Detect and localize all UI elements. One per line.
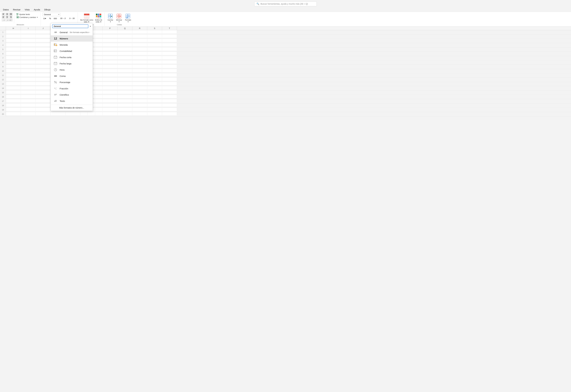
cell[interactable] xyxy=(65,112,80,115)
cell[interactable] xyxy=(6,30,21,33)
cell[interactable] xyxy=(132,112,147,115)
cell[interactable] xyxy=(36,56,51,59)
cell[interactable] xyxy=(36,65,51,68)
accounting-format-btn[interactable]: $▼ xyxy=(43,17,47,20)
cell[interactable] xyxy=(95,34,103,38)
cell[interactable] xyxy=(21,47,36,51)
align-left-btn[interactable] xyxy=(2,16,5,18)
cell[interactable] xyxy=(162,65,177,68)
cell[interactable] xyxy=(6,56,21,59)
cell[interactable] xyxy=(103,112,117,115)
cell[interactable] xyxy=(147,60,162,64)
cell[interactable] xyxy=(147,112,162,115)
cell[interactable] xyxy=(36,69,51,72)
cell[interactable] xyxy=(36,112,51,115)
estilos-celda-btn[interactable]: Estilos decelda ▼ xyxy=(94,13,103,24)
cell[interactable] xyxy=(36,52,51,55)
cell[interactable] xyxy=(95,30,103,33)
cell[interactable] xyxy=(95,108,103,111)
cell[interactable] xyxy=(6,95,21,98)
dropdown-item-porcentaje[interactable]: Porcentaje xyxy=(51,79,93,85)
formato-btn[interactable]: Formato ▼ xyxy=(124,13,132,23)
cell[interactable] xyxy=(21,65,36,68)
dropdown-item-moneda[interactable]: $ $ Moneda xyxy=(51,42,93,48)
cell[interactable] xyxy=(51,112,65,115)
cell[interactable] xyxy=(103,91,117,94)
menu-item-revisar[interactable]: Revisar xyxy=(12,8,22,12)
dar-formato-tabla-btn[interactable]: Dar formato comotabla ▼ xyxy=(80,13,94,24)
cell[interactable] xyxy=(36,34,51,38)
cell[interactable] xyxy=(132,52,147,55)
dropdown-item-texto[interactable]: ab Texto xyxy=(51,98,93,104)
cell[interactable] xyxy=(147,95,162,98)
combinar-centrar-btn[interactable]: Combinar y centrar ▼ xyxy=(16,16,39,19)
eliminar-arrow[interactable]: ▼ xyxy=(118,21,120,23)
cell[interactable] xyxy=(6,52,21,55)
cell[interactable] xyxy=(117,34,132,38)
cell[interactable] xyxy=(95,65,103,68)
cell[interactable] xyxy=(103,56,117,59)
eliminar-btn[interactable]: Eliminar ▼ xyxy=(115,13,123,23)
cell[interactable] xyxy=(117,56,132,59)
cell[interactable] xyxy=(95,82,103,85)
cell[interactable] xyxy=(103,30,117,33)
cell[interactable] xyxy=(95,43,103,46)
cell[interactable] xyxy=(147,69,162,72)
dropdown-item-general[interactable]: 123 General Sin formato específico › xyxy=(51,29,93,35)
cell[interactable] xyxy=(21,56,36,59)
cell[interactable] xyxy=(36,43,51,46)
cell[interactable] xyxy=(103,39,117,42)
cell[interactable] xyxy=(103,95,117,98)
cell[interactable] xyxy=(162,39,177,42)
cell[interactable] xyxy=(21,112,36,115)
cell[interactable] xyxy=(117,43,132,46)
cell[interactable] xyxy=(132,30,147,33)
combinar-centrar-arrow[interactable]: ▼ xyxy=(37,16,38,18)
cell[interactable] xyxy=(117,112,132,115)
cell[interactable] xyxy=(95,47,103,51)
cell[interactable] xyxy=(95,95,103,98)
dropdown-item-fecha-corta[interactable]: 7 Fecha corta xyxy=(51,54,93,60)
cell[interactable] xyxy=(162,52,177,55)
cell[interactable] xyxy=(162,108,177,111)
cell[interactable] xyxy=(21,43,36,46)
cell[interactable] xyxy=(117,99,132,102)
cell[interactable] xyxy=(103,103,117,107)
cell[interactable] xyxy=(162,112,177,115)
cell[interactable] xyxy=(6,82,21,85)
cell[interactable] xyxy=(95,73,103,77)
cell[interactable] xyxy=(6,65,21,68)
cell[interactable] xyxy=(132,69,147,72)
align-top-left-btn[interactable] xyxy=(2,13,5,15)
cell[interactable] xyxy=(162,43,177,46)
col-header-R[interactable]: R xyxy=(132,27,147,30)
cell[interactable] xyxy=(95,39,103,42)
format-select[interactable]: General Número Moneda Contabilidad Fecha… xyxy=(43,13,60,16)
cell[interactable] xyxy=(162,47,177,51)
cell[interactable] xyxy=(132,78,147,81)
cell[interactable] xyxy=(6,103,21,107)
menu-item-ayuda[interactable]: Ayuda xyxy=(32,8,42,12)
cell[interactable] xyxy=(88,112,95,115)
cell[interactable] xyxy=(36,78,51,81)
cell[interactable] xyxy=(147,103,162,107)
cell[interactable] xyxy=(147,91,162,94)
cell[interactable] xyxy=(6,108,21,111)
cell[interactable] xyxy=(103,99,117,102)
cell[interactable] xyxy=(6,99,21,102)
cell[interactable] xyxy=(147,78,162,81)
cell[interactable] xyxy=(162,99,177,102)
cell[interactable] xyxy=(21,91,36,94)
cell[interactable] xyxy=(147,99,162,102)
cell[interactable] xyxy=(21,86,36,89)
cell[interactable] xyxy=(103,34,117,38)
cell[interactable] xyxy=(117,30,132,33)
cell[interactable] xyxy=(21,78,36,81)
cell[interactable] xyxy=(117,108,132,111)
cell[interactable] xyxy=(103,82,117,85)
dropdown-item-coma[interactable]: 000 Coma xyxy=(51,73,93,79)
cell[interactable] xyxy=(117,73,132,77)
col-header-S[interactable]: S xyxy=(147,27,162,30)
align-center-btn[interactable] xyxy=(5,16,9,18)
indent-increase-btn[interactable]: →≡ xyxy=(5,19,9,21)
